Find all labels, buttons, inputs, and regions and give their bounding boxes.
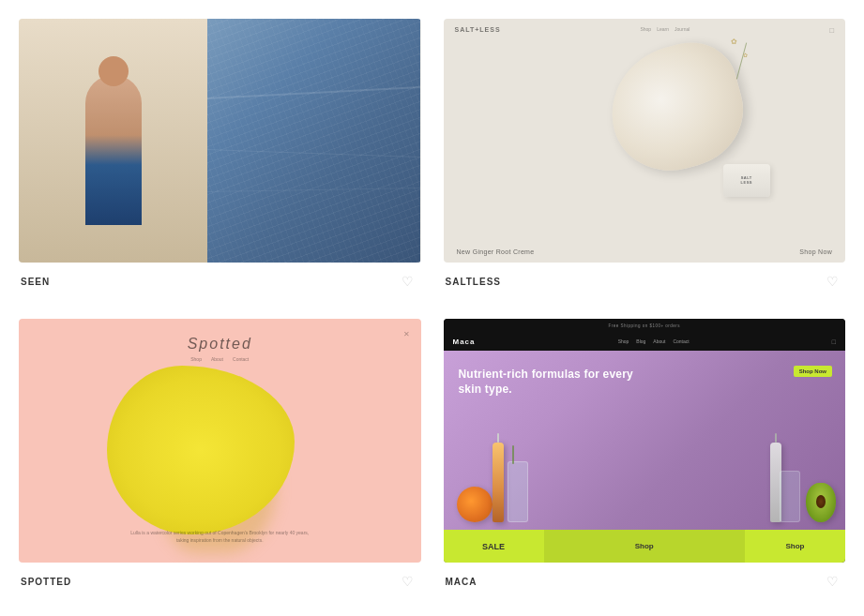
saltless-navbar: SALT+LESS Shop Learn Journal □: [444, 26, 846, 35]
spotted-footer: SPOTTED ♡: [19, 563, 421, 596]
seen-footer: SEEN ♡: [19, 263, 421, 296]
maca-title: MACA: [446, 577, 477, 587]
saltless-nav-learn: Learn: [657, 26, 669, 35]
glass-1: [508, 461, 528, 522]
maca-footer-shop1[interactable]: Shop: [544, 530, 745, 563]
jar-label: SALTLESS: [741, 176, 752, 186]
orange-fruit: [457, 487, 493, 522]
glass-2: [780, 471, 800, 522]
maca-products-area: [444, 417, 846, 530]
flower-head: ✿: [731, 38, 737, 46]
avocado-pit: [816, 495, 826, 508]
maca-footer-shop2[interactable]: Shop: [745, 530, 845, 563]
maca-nav-shop: Shop: [618, 338, 629, 344]
maca-footer-sale[interactable]: SALE: [444, 530, 544, 563]
card-saltless-image[interactable]: SALT+LESS Shop Learn Journal □ ✿ ✿: [444, 19, 846, 263]
maca-preview: Free Shipping on $100+ orders Maca Shop …: [444, 319, 846, 563]
maca-close-icon: □: [832, 338, 836, 345]
spotted-close-icon[interactable]: ✕: [403, 330, 410, 338]
maca-hero: Nutrient-rich formulas for every skin ty…: [444, 351, 846, 530]
spotted-blob-container: [88, 356, 351, 544]
saltless-title: SALTLESS: [446, 277, 501, 287]
maca-headline: Nutrient-rich formulas for every skin ty…: [459, 368, 646, 397]
avocado-fruit: [806, 483, 836, 522]
gallery-grid: Shop Meet Collab SEEN THE LABEL □♡: [19, 19, 845, 596]
card-saltless: SALT+LESS Shop Learn Journal □ ✿ ✿: [444, 19, 846, 296]
saltless-jar: SALTLESS: [723, 164, 770, 197]
spotted-brand-title: Spotted: [188, 336, 252, 353]
saltless-cta-bar: New Ginger Root Creme Shop Now: [444, 241, 846, 263]
seen-denim-panel: [207, 19, 420, 263]
saltless-brand: SALT+LESS: [455, 26, 501, 35]
flower-stem: [736, 43, 747, 80]
maca-nav-blog: Blog: [636, 338, 645, 344]
maca-navbar: Maca Shop Blog About Contact □: [444, 332, 846, 351]
card-maca-image[interactable]: Free Shipping on $100+ orders Maca Shop …: [444, 319, 846, 563]
saltless-product: ✿ ✿ SALTLESS: [583, 38, 789, 216]
seen-head: [99, 56, 129, 86]
seen-denim-texture: [207, 19, 420, 263]
seen-figure: [85, 75, 142, 225]
card-spotted-image[interactable]: Spotted Shop About Contact ✕ Lulla is a …: [19, 319, 421, 563]
seen-preview: Shop Meet Collab SEEN THE LABEL □♡: [19, 19, 421, 263]
dropper-tip-2: [775, 433, 777, 443]
saltless-nav-journal: Journal: [675, 26, 690, 35]
card-maca: Free Shipping on $100+ orders Maca Shop …: [444, 319, 846, 596]
maca-brand: Maca: [453, 338, 476, 346]
spotted-title: SPOTTED: [21, 577, 71, 587]
saltless-product-name: New Ginger Root Creme: [457, 248, 535, 255]
saltless-nav-shop: Shop: [640, 26, 651, 35]
saltless-nav-icon: □: [829, 26, 834, 35]
maca-favorite-button[interactable]: ♡: [821, 570, 843, 593]
flower-head-2: ✿: [743, 52, 748, 58]
saltless-preview: SALT+LESS Shop Learn Journal □ ✿ ✿: [444, 19, 846, 263]
spotted-favorite-button[interactable]: ♡: [397, 570, 419, 593]
seen-figure-panel: [19, 19, 207, 263]
seen-title: SEEN: [21, 277, 50, 287]
dropper-tip-1: [497, 433, 499, 443]
maca-nav-about: About: [653, 338, 665, 344]
rosemary-stem: [512, 445, 514, 464]
maca-hero-shop-button[interactable]: Shop Now: [794, 366, 832, 377]
card-seen-image[interactable]: Shop Meet Collab SEEN THE LABEL □♡: [19, 19, 421, 263]
maca-nav-links: Shop Blog About Contact: [618, 338, 690, 344]
saltless-favorite-button[interactable]: ♡: [821, 270, 843, 293]
card-spotted: Spotted Shop About Contact ✕ Lulla is a …: [19, 319, 421, 596]
card-seen: Shop Meet Collab SEEN THE LABEL □♡: [19, 19, 421, 296]
serum-bottle-1: [493, 443, 504, 522]
maca-nav-contact: Contact: [673, 338, 689, 344]
saltless-shop-now[interactable]: Shop Now: [799, 248, 832, 255]
spotted-caption: Lulla is a watercolor series working out…: [126, 529, 313, 544]
seen-favorite-button[interactable]: ♡: [397, 270, 419, 293]
maca-top-bar: Free Shipping on $100+ orders: [444, 319, 846, 332]
maca-footer-bar: SALE Shop Shop: [444, 530, 846, 563]
cream-blob: [597, 32, 755, 184]
maca-footer: MACA ♡: [444, 563, 846, 596]
spotted-preview: Spotted Shop About Contact ✕ Lulla is a …: [19, 319, 421, 563]
saltless-footer: SALTLESS ♡: [444, 263, 846, 296]
